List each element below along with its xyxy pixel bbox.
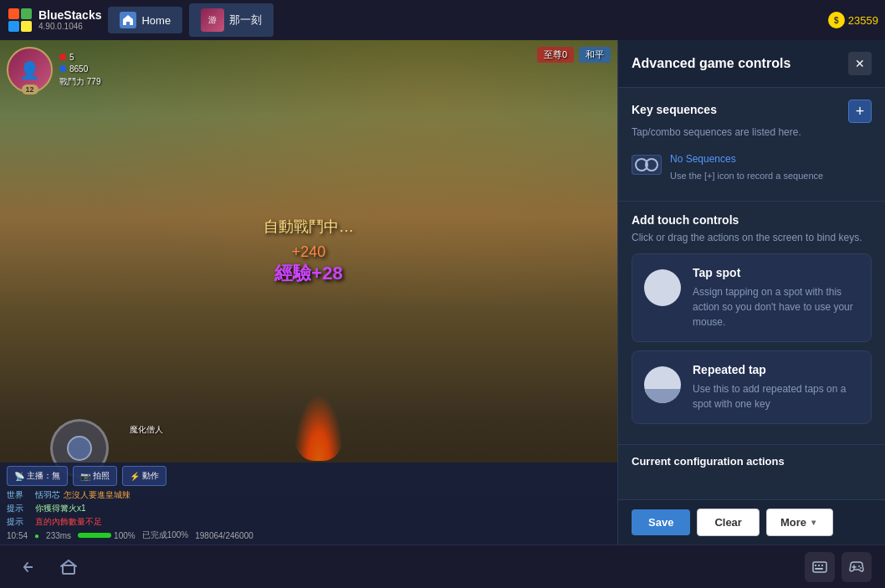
- repeated-tap-desc: Use this to add repeated taps on a spot …: [693, 381, 859, 412]
- coin-area: $ 23559: [828, 12, 878, 28]
- svg-rect-10: [821, 565, 823, 566]
- game-lighting: [0, 40, 617, 343]
- repeated-tap-info: Repeated tap Use this to add repeated ta…: [693, 363, 859, 412]
- svg-rect-7: [813, 562, 826, 572]
- add-touch-section: Add touch controls Click or drag the act…: [618, 202, 885, 445]
- svg-point-12: [858, 565, 860, 567]
- no-sequences-desc: Use the [+] icon to record a sequence: [670, 171, 823, 181]
- key-sequences-section: Key sequences + Tap/combo sequences are …: [618, 88, 885, 202]
- bottom-bar: [0, 545, 885, 588]
- tab-game[interactable]: 游 那一刻: [189, 3, 274, 37]
- tab-home-label: Home: [141, 14, 171, 27]
- tap-spot-icon: [644, 269, 681, 306]
- svg-rect-1: [21, 8, 32, 19]
- more-button[interactable]: More ▾: [766, 509, 833, 536]
- game-area: 👤 12 5 8650 戰鬥力 779: [0, 40, 617, 545]
- keyboard-icon: [812, 561, 827, 573]
- gamepad-icon-btn[interactable]: [842, 552, 872, 582]
- back-button[interactable]: [13, 552, 43, 582]
- panel-title: Advanced game controls: [632, 56, 790, 71]
- home-nav-icon: [60, 559, 77, 575]
- svg-rect-2: [8, 21, 19, 32]
- current-config-section: Current configuration actions: [618, 445, 885, 478]
- add-touch-desc: Click or drag the actions on the screen …: [632, 232, 872, 243]
- svg-rect-9: [818, 565, 820, 566]
- sequence-icon: [632, 155, 662, 175]
- side-panel: Advanced game controls ✕ Key sequences +…: [617, 40, 885, 545]
- tab-game-label: 那一刻: [229, 13, 262, 28]
- close-icon: ✕: [855, 57, 865, 70]
- main-content: 👤 12 5 8650 戰鬥力 779: [0, 40, 885, 545]
- bottom-controls: [805, 552, 872, 582]
- svg-rect-3: [21, 21, 32, 32]
- tap-spot-desc: Assign tapping on a spot with this actio…: [693, 284, 859, 330]
- tap-spot-card[interactable]: Tap spot Assign tapping on a spot with t…: [632, 253, 872, 342]
- bluestacks-logo: BlueStacks 4.90.0.1046: [7, 7, 101, 33]
- tap-spot-info: Tap spot Assign tapping on a spot with t…: [693, 266, 859, 330]
- record-icon-svg: [635, 157, 658, 172]
- gamepad-icon: [848, 560, 865, 574]
- repeated-tap-icon: [644, 366, 681, 403]
- no-sequences-text: No Sequences Use the [+] icon to record …: [670, 153, 823, 182]
- top-bar: BlueStacks 4.90.0.1046 Home 游 那一刻 $ 2355…: [0, 0, 885, 40]
- save-button[interactable]: Save: [632, 509, 690, 535]
- back-icon: [20, 559, 37, 575]
- app-version: 4.90.0.1046: [38, 22, 101, 32]
- svg-rect-0: [8, 8, 19, 19]
- panel-content: Key sequences + Tap/combo sequences are …: [618, 88, 885, 499]
- more-label: More: [780, 516, 806, 529]
- plus-icon: +: [856, 103, 865, 120]
- home-icon: [120, 12, 136, 28]
- current-config-title: Current configuration actions: [632, 455, 872, 468]
- panel-footer: Save Clear More ▾: [618, 499, 885, 545]
- bluestacks-icon: [7, 7, 33, 33]
- svg-rect-6: [63, 565, 74, 574]
- app-name: BlueStacks: [38, 8, 101, 23]
- home-nav-button[interactable]: [54, 552, 84, 582]
- svg-rect-11: [815, 568, 823, 570]
- keyboard-icon-btn[interactable]: [805, 552, 835, 582]
- no-sequences-area: No Sequences Use the [+] icon to record …: [632, 146, 872, 189]
- game-thumb-icon: 游: [201, 8, 224, 32]
- coin-icon: $: [828, 12, 845, 28]
- coin-value: 23559: [848, 14, 878, 27]
- repeated-tap-title: Repeated tap: [693, 363, 859, 376]
- key-sequences-desc: Tap/combo sequences are listed here.: [632, 126, 872, 138]
- chevron-down-icon: ▾: [811, 518, 816, 527]
- no-sequences-link[interactable]: No Sequences: [670, 153, 823, 165]
- add-touch-title: Add touch controls: [632, 213, 872, 227]
- close-button[interactable]: ✕: [848, 52, 872, 75]
- add-sequence-button[interactable]: +: [848, 100, 872, 123]
- svg-point-13: [860, 567, 862, 569]
- app-title-block: BlueStacks 4.90.0.1046: [38, 8, 101, 33]
- svg-rect-8: [815, 565, 816, 566]
- repeated-tap-card[interactable]: Repeated tap Use this to add repeated ta…: [632, 350, 872, 424]
- tab-home[interactable]: Home: [108, 7, 182, 33]
- game-screenshot: 👤 12 5 8650 戰鬥力 779: [0, 40, 617, 545]
- tap-spot-title: Tap spot: [693, 266, 859, 279]
- key-sequences-title: Key sequences: [632, 103, 717, 116]
- clear-button[interactable]: Clear: [697, 509, 760, 536]
- panel-header: Advanced game controls ✕: [618, 40, 885, 88]
